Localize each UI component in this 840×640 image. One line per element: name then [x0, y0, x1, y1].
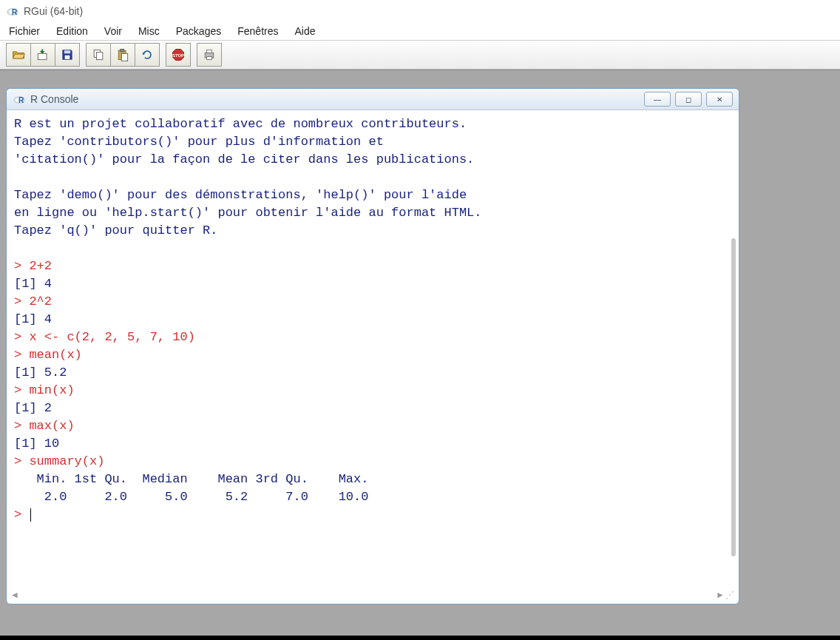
svg-rect-7: [97, 53, 103, 60]
svg-rect-4: [64, 50, 70, 53]
save-button[interactable]: [55, 43, 80, 67]
svg-text:STOP: STOP: [172, 53, 184, 58]
menu-edition[interactable]: Edition: [56, 25, 88, 37]
svg-text:R: R: [18, 96, 24, 104]
menu-aide[interactable]: Aide: [294, 25, 315, 37]
vertical-scrollbar[interactable]: [727, 112, 736, 587]
console-body[interactable]: R est un projet collaboratif avec de nom…: [10, 111, 736, 587]
svg-rect-15: [207, 57, 212, 60]
main-title: RGui (64-bit): [24, 5, 83, 17]
svg-rect-9: [121, 50, 124, 52]
console-output[interactable]: R est un projet collaboratif avec de nom…: [14, 115, 728, 524]
menu-voir[interactable]: Voir: [104, 25, 122, 37]
menubar: Fichier Edition Voir Misc Packages Fenêt…: [0, 22, 840, 40]
refresh-button[interactable]: [135, 43, 160, 67]
console-titlebar[interactable]: R R Console — ◻ ✕: [7, 89, 739, 110]
r-logo-icon: R: [6, 4, 19, 18]
menu-fenetres[interactable]: Fenêtres: [237, 25, 278, 37]
text-caret: [30, 508, 31, 522]
main-titlebar: R RGui (64-bit): [0, 0, 840, 22]
copy-button[interactable]: [86, 43, 111, 67]
bottom-border: [0, 636, 840, 640]
toolbar: STOP: [0, 40, 840, 70]
svg-rect-10: [121, 53, 127, 61]
svg-rect-14: [207, 50, 212, 53]
close-button[interactable]: ✕: [706, 92, 733, 107]
open-button[interactable]: [6, 43, 31, 67]
minimize-button[interactable]: —: [644, 92, 671, 107]
scroll-right-icon[interactable]: ►: [715, 590, 725, 600]
r-logo-icon: R: [13, 92, 26, 106]
console-title: R Console: [30, 93, 640, 105]
menu-misc[interactable]: Misc: [138, 25, 160, 37]
stop-button[interactable]: STOP: [166, 43, 191, 67]
svg-rect-3: [38, 53, 47, 59]
print-button[interactable]: [197, 43, 222, 67]
menu-fichier[interactable]: Fichier: [9, 25, 40, 37]
scroll-thumb[interactable]: [731, 238, 736, 556]
paste-button[interactable]: [111, 43, 135, 67]
load-workspace-button[interactable]: [31, 43, 55, 67]
console-window: R R Console — ◻ ✕ R est un projet collab…: [6, 88, 739, 604]
resize-grip-icon[interactable]: ⋰: [725, 590, 736, 600]
scroll-left-icon[interactable]: ◄: [10, 590, 20, 600]
horizontal-scrollbar[interactable]: ◄ ► ⋰: [10, 589, 736, 601]
menu-packages[interactable]: Packages: [176, 25, 221, 37]
svg-rect-5: [65, 55, 70, 59]
mdi-area: R R Console — ◻ ✕ R est un projet collab…: [0, 70, 840, 636]
maximize-button[interactable]: ◻: [675, 92, 702, 107]
svg-text:R: R: [12, 8, 18, 16]
